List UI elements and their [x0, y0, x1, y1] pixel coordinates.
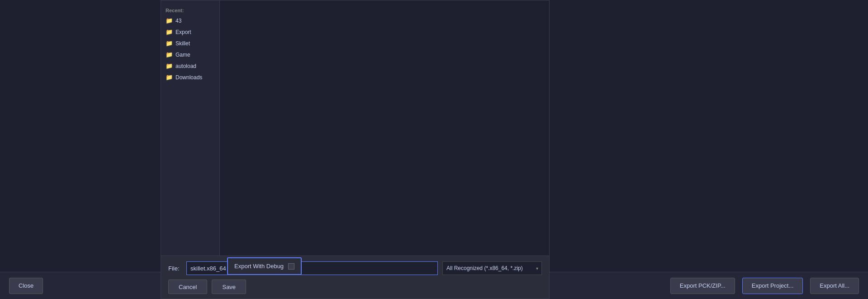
folder-icon-downloads: 📁 [166, 74, 173, 81]
folder-item-downloads[interactable]: 📁 Downloads [161, 72, 219, 83]
recent-section-label: Recent: [161, 5, 219, 15]
dialog-left-panel: Recent: 📁 43 📁 Export 📁 Skillet 📁 Game 📁… [161, 0, 220, 256]
export-debug-popup: Export With Debug [227, 257, 302, 275]
file-row: File: All Recognized (*.x86_64, *.zip) [168, 261, 542, 275]
folder-icon-skillet: 📁 [166, 40, 173, 47]
folder-icon-export: 📁 [166, 29, 173, 35]
close-button[interactable]: Close [9, 278, 43, 294]
file-type-select[interactable]: All Recognized (*.x86_64, *.zip) [442, 261, 542, 275]
export-all-button[interactable]: Export All... [810, 278, 859, 294]
folder-item-43[interactable]: 📁 43 [161, 15, 219, 26]
folder-icon-43: 📁 [166, 17, 173, 24]
export-debug-label: Export With Debug [234, 263, 284, 270]
export-pck-button[interactable]: Export PCK/ZIP... [670, 278, 735, 294]
folder-name-downloads: Downloads [175, 74, 202, 81]
export-project-button[interactable]: Export Project... [742, 278, 803, 294]
save-button[interactable]: Save [212, 280, 246, 294]
folder-name-autoload: autoload [175, 63, 196, 69]
export-debug-checkbox[interactable] [288, 263, 294, 270]
folder-name-export: Export [175, 29, 191, 35]
dialog-main-area [220, 0, 549, 256]
folder-name-game: Game [175, 52, 190, 58]
file-label: File: [168, 265, 182, 272]
file-type-wrapper: All Recognized (*.x86_64, *.zip) [442, 261, 542, 275]
folder-icon-game: 📁 [166, 51, 173, 58]
folder-item-autoload[interactable]: 📁 autoload [161, 60, 219, 72]
file-name-input[interactable] [186, 261, 438, 275]
folder-item-skillet[interactable]: 📁 Skillet [161, 38, 219, 49]
dialog-action-row: Export With Debug Cancel Save [168, 280, 542, 294]
folder-icon-autoload: 📁 [166, 63, 173, 69]
file-dialog: Recent: 📁 43 📁 Export 📁 Skillet 📁 Game 📁… [161, 0, 550, 299]
folder-name-skillet: Skillet [175, 40, 190, 47]
cancel-button[interactable]: Cancel [168, 280, 207, 294]
dialog-bottom-bar: File: All Recognized (*.x86_64, *.zip) E… [161, 256, 549, 299]
folder-name-43: 43 [175, 18, 181, 24]
folder-item-game[interactable]: 📁 Game [161, 49, 219, 60]
folder-item-export[interactable]: 📁 Export [161, 26, 219, 38]
